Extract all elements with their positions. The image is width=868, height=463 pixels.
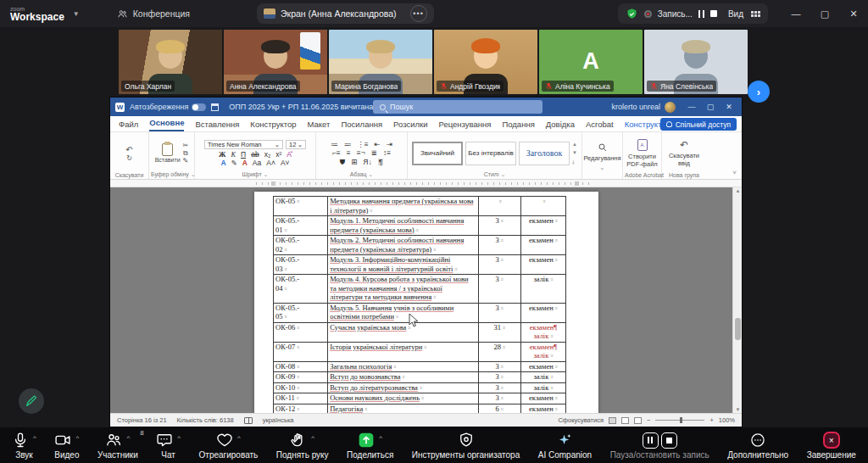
vertical-scrollbar[interactable]: ▲ ▼ <box>732 187 742 413</box>
maximize-button[interactable]: ▢ <box>810 8 839 20</box>
account-info[interactable]: krolerto unreal <box>611 102 676 113</box>
ribbon-tab[interactable]: Довідка <box>546 120 575 131</box>
chevron-up-icon[interactable]: ^ <box>33 434 36 442</box>
numbered-list-icon[interactable]: ≕ <box>344 141 352 148</box>
page-indicator[interactable]: Сторінка 16 із 21 <box>117 416 167 424</box>
zoom-in-icon[interactable]: + <box>709 416 713 424</box>
toolbar-button[interactable]: ^ 8 Участники <box>97 431 138 460</box>
format-painter-icon[interactable]: ✎ <box>183 158 189 165</box>
ribbon-tab[interactable]: Подання <box>502 120 534 131</box>
paste-button[interactable]: Вставити <box>155 143 181 163</box>
font-color-icon[interactable]: А <box>220 159 225 167</box>
italic-icon[interactable]: К <box>231 151 236 159</box>
scroll-down-icon[interactable]: ▼ <box>733 407 742 412</box>
minimize-button[interactable]: — <box>782 8 810 19</box>
proofing-icon[interactable] <box>244 417 253 424</box>
chevron-up-icon[interactable]: ^ <box>126 434 130 442</box>
cut-icon[interactable]: ✂ <box>183 142 189 149</box>
scrollbar-thumb[interactable] <box>735 318 741 340</box>
align-right-icon[interactable]: ≡¬ <box>357 149 365 157</box>
change-case-icon[interactable]: Аа <box>253 159 262 167</box>
toolbar-button[interactable]: ^ Чат <box>156 431 181 460</box>
style-heading[interactable]: Заголовок <box>519 142 570 165</box>
web-layout-icon[interactable] <box>634 417 642 424</box>
style-normal[interactable]: Звичайний <box>412 142 463 165</box>
annotate-button[interactable] <box>19 388 44 414</box>
shading-icon[interactable]: ⛊ <box>340 159 345 166</box>
autosave-toggle[interactable] <box>192 103 206 111</box>
show-formatting-icon[interactable]: ¶ <box>378 159 384 166</box>
zoom-slider[interactable] <box>655 420 704 421</box>
participant-tile[interactable]: Андрій Гвоздик <box>434 30 537 94</box>
underline-icon[interactable]: П <box>241 151 246 159</box>
toolbar-button[interactable]: ^ Отреагировать <box>199 431 259 460</box>
chevron-up-icon[interactable]: ^ <box>237 434 241 442</box>
style-no-spacing[interactable]: Без інтервалів <box>465 142 516 165</box>
align-center-icon[interactable]: ≡ <box>347 149 351 157</box>
styles-more-icon[interactable]: ⤓ <box>572 159 577 165</box>
zoom-level[interactable]: 100% <box>719 416 735 424</box>
toolbar-button[interactable]: ^ Видео <box>54 431 79 460</box>
styles-up-icon[interactable]: ▲ <box>572 142 577 147</box>
chevron-up-icon[interactable]: ^ <box>177 434 181 442</box>
ribbon-tab[interactable]: Розсилки <box>393 120 427 131</box>
superscript-icon[interactable]: x² <box>275 151 281 159</box>
copy-icon[interactable]: ⧉ <box>183 150 188 157</box>
word-maximize-button[interactable]: ▢ <box>701 103 720 111</box>
bold-icon[interactable]: Ж <box>219 151 225 159</box>
ribbon-tab[interactable]: Основне <box>149 118 184 131</box>
font-size-select[interactable]: 12⌄ <box>286 140 306 149</box>
print-layout-icon[interactable] <box>621 417 629 424</box>
stop-recording-icon[interactable] <box>710 10 717 17</box>
toolbar-button[interactable]: Инструменты организатора <box>412 431 520 460</box>
toolbar-button[interactable]: ^ Поднять руку <box>276 431 329 460</box>
language-indicator[interactable]: українська <box>263 416 294 424</box>
close-button[interactable]: ✕ <box>839 8 868 20</box>
toolbar-button[interactable]: ^ Звук <box>12 431 36 460</box>
autosave-control[interactable]: Автозбереження <box>130 103 206 111</box>
document-canvas[interactable]: ОК-05 Методика навчання предмета (україн… <box>110 187 742 413</box>
bullet-list-icon[interactable]: ≔ <box>331 141 338 148</box>
chevron-up-icon[interactable]: ^ <box>379 434 382 442</box>
word-count[interactable]: Кількість слів: 6138 <box>177 416 234 424</box>
pause-recording-icon[interactable] <box>698 10 704 18</box>
word-close-button[interactable]: ✕ <box>720 103 738 111</box>
borders-icon[interactable]: ⊞ <box>351 159 357 166</box>
next-participants-button[interactable]: › <box>748 81 770 103</box>
toolbar-button[interactable]: × Завершение <box>807 431 856 460</box>
zoom-out-icon[interactable]: − <box>647 416 650 424</box>
share-button[interactable]: Спільний доступ <box>660 118 737 131</box>
justify-icon[interactable]: ≣ <box>371 149 377 157</box>
save-icon[interactable] <box>211 103 219 111</box>
line-spacing-icon[interactable]: ↕≡ <box>383 149 391 157</box>
font-name-select[interactable]: Times New Roman⌄ <box>204 140 283 149</box>
undo-input-button[interactable]: ↶ Скасувати ввід <box>664 140 704 167</box>
word-search[interactable]: Пошук <box>373 100 542 114</box>
ribbon-tab[interactable]: Конструктор <box>250 120 296 131</box>
participant-tile[interactable]: Яна Слевінська <box>644 30 748 94</box>
toolbar-button[interactable]: ^ Поделиться <box>347 431 393 460</box>
security-shield-icon[interactable] <box>626 8 638 20</box>
create-pdf-button[interactable]: A Створити PDF-файл <box>625 139 659 168</box>
strikethrough-icon[interactable]: ab <box>251 151 259 159</box>
text-effects-icon[interactable]: А̂ <box>287 151 292 159</box>
participant-tile[interactable]: A Аліна Кучинська <box>539 30 643 94</box>
tab-options-icon[interactable]: ••• <box>410 5 427 22</box>
text-color-icon[interactable]: А <box>242 159 248 167</box>
editing-button[interactable]: Редагування⌄ <box>583 142 620 171</box>
sort-icon[interactable]: Я↓ <box>363 159 371 166</box>
participant-tile[interactable]: Анна Александрова <box>224 30 327 94</box>
chevron-down-icon[interactable]: ▼ <box>73 10 80 18</box>
toolbar-button[interactable]: Пауза/остановить запись <box>610 431 709 460</box>
grow-font-icon[interactable]: А˄ <box>266 159 275 167</box>
tab-conference[interactable]: Конференция <box>117 8 190 20</box>
participant-tile[interactable]: Марина Богданова <box>329 30 432 94</box>
highlight-icon[interactable]: ✎ <box>231 159 237 167</box>
styles-down-icon[interactable]: ▼ <box>572 150 577 155</box>
ribbon-tab[interactable]: Acrobat <box>586 120 614 131</box>
indent-icon[interactable]: ⇥ <box>387 141 392 148</box>
view-button[interactable]: Вид <box>728 9 743 19</box>
toolbar-button[interactable]: AI Companion <box>538 431 592 460</box>
subscript-icon[interactable]: x₂ <box>264 151 271 159</box>
ribbon-tab[interactable]: Макет <box>308 120 331 131</box>
